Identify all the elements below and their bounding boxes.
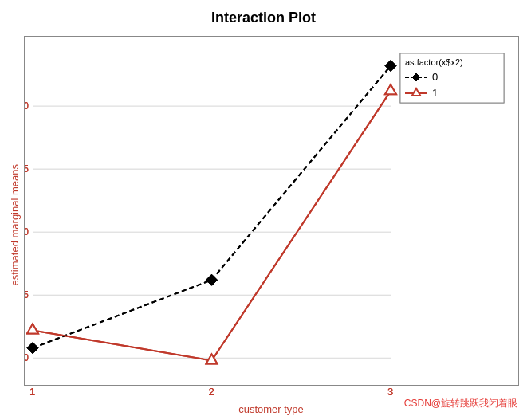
svg-marker-35 — [27, 343, 38, 354]
x-tick: 3 — [387, 386, 393, 398]
svg-text:as.factor(x$x2): as.factor(x$x2) — [405, 57, 463, 67]
chart-title: Interaction Plot — [211, 10, 316, 26]
svg-marker-42 — [385, 84, 396, 94]
svg-marker-36 — [206, 274, 217, 285]
svg-line-34 — [211, 66, 391, 281]
x-axis-label: customer type — [238, 403, 304, 415]
chart-area: estimated marginal means as.factor(x$x2)… — [9, 29, 519, 420]
x-tick: 2 — [208, 386, 214, 398]
chart-container: Interaction Plot estimated marginal mean… — [0, 0, 527, 420]
svg-line-39 — [211, 91, 391, 360]
watermark: CSDN@旋转跳跃我闭着眼 — [404, 397, 517, 410]
svg-text:8.0: 8.0 — [25, 226, 29, 237]
plot-box: as.factor(x$x2)017.07.58.08.59.0as.facto… — [24, 36, 519, 386]
svg-text:0: 0 — [432, 71, 438, 83]
svg-marker-40 — [27, 324, 38, 334]
svg-text:7.0: 7.0 — [25, 352, 29, 363]
y-axis-label: estimated marginal means — [9, 164, 21, 285]
plot-with-xaxis: as.factor(x$x2)017.07.58.08.59.0as.facto… — [24, 29, 519, 420]
svg-line-38 — [33, 331, 212, 361]
svg-text:8.5: 8.5 — [25, 163, 29, 175]
svg-text:7.5: 7.5 — [25, 289, 29, 300]
svg-text:1: 1 — [432, 87, 438, 99]
svg-text:9.0: 9.0 — [25, 100, 29, 112]
x-tick: 1 — [29, 386, 35, 398]
svg-line-33 — [33, 280, 212, 347]
